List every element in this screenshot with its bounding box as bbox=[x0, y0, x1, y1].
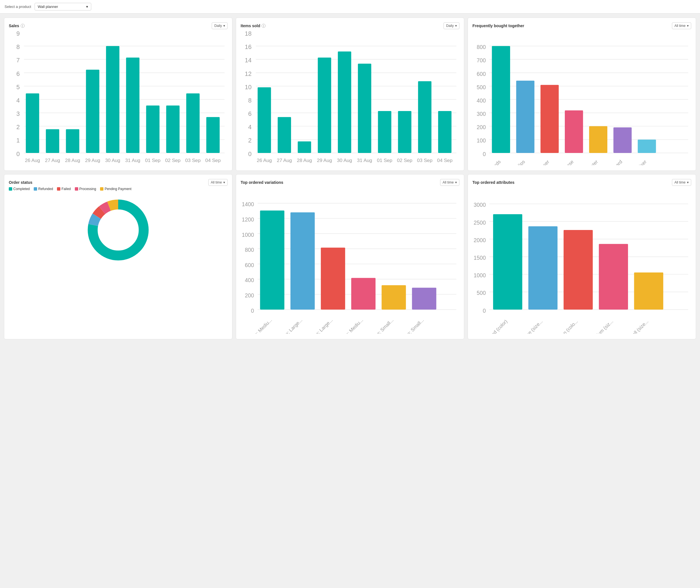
legend-pending-dot bbox=[100, 187, 103, 191]
svg-text:0: 0 bbox=[248, 151, 252, 157]
svg-text:300: 300 bbox=[477, 111, 486, 117]
svg-text:12: 12 bbox=[245, 71, 252, 77]
sales-svg: 0 1 2 3 4 5 6 7 8 9 bbox=[9, 31, 227, 165]
freq-filter-arrow-icon: ▾ bbox=[687, 24, 689, 28]
top-variations-card: Top ordered variations All time ▾ 0 200 … bbox=[236, 174, 464, 340]
svg-rect-136 bbox=[382, 285, 406, 310]
svg-text:800: 800 bbox=[245, 247, 254, 253]
product-select-label: Select a product bbox=[5, 5, 31, 9]
filter-arrow-icon: ▾ bbox=[223, 24, 225, 28]
svg-text:03 Sep: 03 Sep bbox=[185, 157, 201, 163]
svg-text:28 Aug: 28 Aug bbox=[65, 157, 80, 163]
top-attributes-header: Top ordered attributes All time ▾ bbox=[473, 179, 691, 186]
frequently-filter[interactable]: All time ▾ bbox=[672, 22, 691, 29]
svg-rect-135 bbox=[351, 278, 376, 310]
svg-text:27 Aug: 27 Aug bbox=[45, 157, 60, 163]
items-info-icon[interactable]: i bbox=[261, 24, 265, 28]
svg-text:18: 18 bbox=[245, 31, 252, 37]
legend-processing: Processing bbox=[75, 187, 96, 191]
product-name: Wall planner bbox=[38, 5, 58, 9]
svg-rect-102 bbox=[638, 140, 656, 153]
svg-text:Size: Mediu...: Size: Mediu... bbox=[248, 317, 273, 334]
donut-container bbox=[9, 193, 227, 267]
svg-rect-98 bbox=[541, 85, 559, 153]
svg-rect-26 bbox=[166, 106, 179, 153]
svg-text:0: 0 bbox=[16, 151, 20, 157]
legend-refunded: Refunded bbox=[34, 187, 53, 191]
svg-rect-137 bbox=[412, 287, 437, 309]
svg-text:1000: 1000 bbox=[474, 272, 486, 278]
svg-text:Organiser: Organiser bbox=[629, 159, 648, 165]
svg-text:1200: 1200 bbox=[242, 217, 254, 223]
attr-filter-arrow-icon: ▾ bbox=[687, 180, 689, 184]
svg-text:02 Sep: 02 Sep bbox=[397, 157, 412, 163]
frequently-bought-title: Frequently bought together bbox=[473, 24, 524, 28]
sales-card: Sales i Daily ▾ 0 1 2 3 4 5 6 7 8 9 bbox=[4, 18, 232, 171]
order-status-title: Order status bbox=[9, 180, 32, 185]
sales-title: Sales i bbox=[9, 24, 25, 28]
svg-text:4: 4 bbox=[248, 124, 252, 131]
svg-rect-65 bbox=[398, 111, 411, 153]
attributes-svg: 0 500 1000 1500 2000 2500 3000 bbox=[473, 188, 691, 334]
sales-info-icon[interactable]: i bbox=[21, 24, 25, 28]
top-attributes-title: Top ordered attributes bbox=[473, 180, 514, 185]
frequently-bought-header: Frequently bought together All time ▾ bbox=[473, 22, 691, 29]
svg-text:400: 400 bbox=[245, 277, 254, 283]
top-attributes-filter[interactable]: All time ▾ bbox=[672, 179, 691, 186]
freq-svg: 0 100 200 300 400 500 600 700 800 bbox=[473, 31, 691, 165]
svg-text:500: 500 bbox=[477, 84, 486, 90]
svg-text:600: 600 bbox=[477, 71, 486, 77]
donut-svg bbox=[84, 196, 152, 264]
svg-text:02 Sep: 02 Sep bbox=[165, 157, 180, 163]
svg-text:Flash cards: Flash cards bbox=[480, 159, 502, 165]
svg-text:6: 6 bbox=[16, 71, 20, 77]
svg-text:3: 3 bbox=[16, 110, 20, 117]
svg-text:4: 4 bbox=[16, 97, 20, 104]
svg-rect-64 bbox=[378, 111, 392, 153]
svg-text:29 Aug: 29 Aug bbox=[317, 157, 332, 163]
svg-text:7: 7 bbox=[16, 57, 20, 64]
svg-text:30 Aug: 30 Aug bbox=[337, 157, 352, 163]
legend-pending: Pending Payment bbox=[100, 187, 131, 191]
dropdown-arrow-icon: ▾ bbox=[86, 5, 88, 9]
svg-rect-27 bbox=[186, 93, 199, 153]
svg-rect-25 bbox=[146, 106, 159, 153]
var-filter-arrow-icon: ▾ bbox=[455, 180, 457, 184]
svg-rect-97 bbox=[516, 81, 534, 153]
svg-text:6: 6 bbox=[248, 110, 252, 117]
svg-rect-28 bbox=[206, 117, 220, 153]
svg-rect-99 bbox=[565, 110, 583, 153]
items-filter[interactable]: Daily ▾ bbox=[444, 22, 460, 29]
svg-text:Eraser: Eraser bbox=[536, 159, 550, 165]
top-bar: Select a product Wall planner ▾ bbox=[0, 0, 700, 14]
legend-completed: Completed bbox=[9, 187, 30, 191]
svg-rect-19 bbox=[26, 93, 39, 153]
svg-text:2500: 2500 bbox=[474, 220, 486, 225]
svg-text:26 Aug: 26 Aug bbox=[25, 157, 40, 163]
svg-rect-21 bbox=[66, 129, 79, 153]
svg-text:14: 14 bbox=[245, 57, 252, 64]
svg-text:2: 2 bbox=[248, 137, 252, 144]
product-dropdown[interactable]: Wall planner ▾ bbox=[35, 3, 91, 10]
svg-rect-58 bbox=[257, 87, 271, 153]
items-filter-arrow-icon: ▾ bbox=[455, 24, 457, 28]
svg-rect-62 bbox=[338, 52, 351, 153]
svg-text:04 Sep: 04 Sep bbox=[437, 157, 452, 163]
items-chart: 0 2 4 6 8 10 12 14 16 18 bbox=[240, 31, 460, 166]
svg-rect-60 bbox=[298, 141, 311, 153]
svg-text:0: 0 bbox=[251, 308, 254, 314]
svg-text:200: 200 bbox=[245, 293, 254, 299]
top-variations-header: Top ordered variations All time ▾ bbox=[240, 179, 460, 186]
svg-text:500: 500 bbox=[477, 290, 486, 296]
svg-text:29 Aug: 29 Aug bbox=[85, 157, 100, 163]
svg-text:04 Sep: 04 Sep bbox=[205, 157, 220, 163]
svg-text:1: 1 bbox=[16, 137, 20, 144]
top-variations-filter[interactable]: All time ▾ bbox=[440, 179, 460, 186]
svg-text:16: 16 bbox=[245, 44, 252, 50]
items-sold-card: Items sold i Daily ▾ 0 2 4 6 8 10 12 14 … bbox=[236, 18, 464, 171]
order-filter-arrow-icon: ▾ bbox=[223, 180, 225, 184]
svg-text:Red (color): Red (color) bbox=[488, 318, 509, 334]
svg-text:Size: Small...: Size: Small... bbox=[401, 317, 425, 334]
sales-filter[interactable]: Daily ▾ bbox=[212, 22, 227, 29]
order-status-filter[interactable]: All time ▾ bbox=[208, 179, 227, 186]
